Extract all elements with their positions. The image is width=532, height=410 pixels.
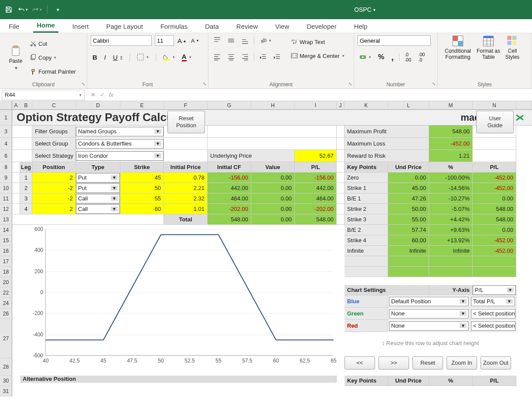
name-box[interactable]: R44▾ bbox=[2, 90, 85, 100]
green-position-select[interactable]: None▼ bbox=[389, 309, 469, 319]
ribbon-tab-file[interactable]: File bbox=[5, 20, 23, 33]
font-group-label: Font⤡ bbox=[91, 81, 205, 88]
underline-button[interactable]: U▾ bbox=[111, 53, 124, 62]
svg-rect-18 bbox=[507, 36, 511, 40]
filter-groups-select[interactable]: Named Groups▼ bbox=[76, 127, 164, 136]
formula-input[interactable] bbox=[118, 90, 532, 100]
select-strategy-select[interactable]: Iron Condor▼ bbox=[76, 151, 164, 161]
svg-rect-1 bbox=[14, 46, 17, 48]
ribbon-tab-home[interactable]: Home bbox=[33, 19, 58, 33]
copy-button[interactable]: Copy▾ bbox=[28, 53, 78, 62]
styles-group-label: Styles bbox=[441, 81, 528, 88]
increase-font-button[interactable]: A▴ bbox=[176, 36, 188, 45]
sheet-body: Option Strategy Payoff Calculator macrop… bbox=[12, 110, 532, 389]
svg-rect-0 bbox=[12, 47, 19, 55]
ribbon-tab-view[interactable]: View bbox=[272, 20, 293, 33]
svg-rect-15 bbox=[458, 41, 463, 46]
svg-rect-17 bbox=[483, 38, 493, 46]
fill-color-button[interactable]: ▾ bbox=[161, 53, 177, 61]
formula-bar: R44▾ ✕ ✓ fx bbox=[0, 89, 532, 101]
leg-type-select-4[interactable]: Call▼ bbox=[76, 204, 120, 214]
cancel-formula-icon[interactable]: ✕ bbox=[91, 91, 95, 98]
leg-type-select-2[interactable]: Put▼ bbox=[76, 183, 120, 193]
increase-indent-button[interactable] bbox=[272, 53, 282, 61]
svg-rect-6 bbox=[137, 54, 143, 60]
svg-text:ab: ab bbox=[291, 39, 295, 42]
user-guide-button[interactable]: User Guide bbox=[476, 111, 514, 133]
font-size-input[interactable] bbox=[155, 35, 174, 46]
ribbon-tab-developer[interactable]: Developer bbox=[303, 20, 340, 33]
yaxis-select[interactable]: P/L▼ bbox=[473, 285, 516, 295]
align-top-button[interactable] bbox=[212, 36, 222, 45]
nav-button-2[interactable]: Reset bbox=[413, 356, 443, 369]
cut-button[interactable]: Cut bbox=[28, 39, 78, 48]
paste-button[interactable]: Paste ▾ bbox=[3, 35, 28, 81]
decrease-indent-button[interactable] bbox=[258, 53, 268, 61]
merge-center-button[interactable]: Merge & Center▾ bbox=[289, 51, 346, 60]
format-as-table-button[interactable]: Format as Table bbox=[474, 35, 502, 60]
select-all-corner[interactable] bbox=[0, 101, 12, 110]
save-button[interactable] bbox=[3, 4, 14, 15]
svg-rect-16 bbox=[483, 36, 493, 38]
ribbon-tab-data[interactable]: Data bbox=[201, 20, 222, 33]
svg-rect-19 bbox=[512, 36, 516, 40]
undo-button[interactable]: ▾ bbox=[17, 4, 28, 15]
ribbon-tab-formulas[interactable]: Formulas bbox=[157, 20, 191, 33]
percent-format-button[interactable]: % bbox=[376, 52, 386, 62]
ribbon-tab-review[interactable]: Review bbox=[233, 20, 261, 33]
font-name-input[interactable] bbox=[91, 35, 152, 46]
svg-text:ab: ab bbox=[259, 37, 266, 44]
borders-button[interactable]: ▾ bbox=[135, 53, 150, 61]
align-left-button[interactable] bbox=[212, 53, 222, 61]
alignment-group-label: Alignment⤡ bbox=[212, 81, 350, 88]
nav-button-3[interactable]: Zoom In bbox=[447, 356, 477, 369]
select-group-select[interactable]: Condors & Butterflies▼ bbox=[76, 139, 164, 149]
nav-button-0[interactable]: << bbox=[344, 356, 375, 369]
decrease-decimal-button[interactable]: .00.0 bbox=[416, 51, 426, 63]
orientation-button[interactable]: ab▾ bbox=[258, 36, 273, 45]
format-painter-button[interactable]: Format Painter bbox=[28, 68, 78, 76]
qat-customize-button[interactable]: ▾ bbox=[53, 4, 63, 15]
quick-access-toolbar: ▾ ▾ ▾ bbox=[0, 4, 67, 15]
cell-styles-button[interactable]: Cell Styles bbox=[502, 35, 522, 60]
leg-type-select-1[interactable]: Put▼ bbox=[76, 173, 120, 183]
accept-formula-icon[interactable]: ✓ bbox=[100, 91, 105, 98]
svg-rect-20 bbox=[507, 41, 511, 45]
blue-series-select[interactable]: Total P/L▼ bbox=[471, 297, 515, 306]
bold-button[interactable]: B bbox=[91, 53, 99, 62]
nav-button-1[interactable]: >> bbox=[379, 356, 409, 369]
font-color-button[interactable]: A▾ bbox=[180, 52, 193, 62]
red-series-select[interactable]: < Select position first▼ bbox=[471, 321, 515, 331]
leg-type-select-3[interactable]: Call▼ bbox=[76, 194, 120, 203]
accounting-format-button[interactable]: ▾ bbox=[358, 53, 373, 61]
workbook-title: OSPC▾ bbox=[67, 6, 532, 13]
conditional-formatting-button[interactable]: Conditional Formatting bbox=[441, 35, 474, 60]
align-middle-button[interactable] bbox=[226, 36, 236, 45]
align-right-button[interactable] bbox=[240, 53, 250, 61]
comma-format-button[interactable]: , bbox=[389, 51, 396, 63]
align-bottom-button[interactable] bbox=[240, 36, 250, 45]
ribbon-tab-insert[interactable]: Insert bbox=[69, 20, 92, 33]
blue-position-select[interactable]: Default Position▼ bbox=[389, 297, 469, 306]
ribbon-tab-help[interactable]: Help bbox=[351, 20, 371, 33]
wrap-text-button[interactable]: ab Wrap Text bbox=[289, 37, 346, 46]
redo-button[interactable]: ▾ bbox=[31, 4, 42, 15]
page-title: Option Strategy Payoff Calculator macrop… bbox=[12, 110, 532, 125]
align-center-button[interactable] bbox=[226, 53, 236, 61]
row-headers[interactable]: 1346891011121314151617182022242627283031 bbox=[0, 110, 12, 396]
red-position-select[interactable]: None▼ bbox=[389, 321, 469, 331]
svg-rect-14 bbox=[453, 36, 458, 41]
svg-rect-5 bbox=[32, 54, 35, 59]
number-format-input[interactable] bbox=[358, 35, 431, 46]
italic-button[interactable]: I bbox=[102, 53, 108, 62]
ribbon-tab-page-layout[interactable]: Page Layout bbox=[102, 20, 146, 33]
column-headers[interactable]: ABCDEFGHIJKLMN bbox=[12, 101, 532, 110]
increase-decimal-button[interactable]: .0.00 bbox=[403, 51, 413, 63]
fx-icon[interactable]: fx bbox=[109, 91, 113, 98]
green-series-select[interactable]: < Select position first▼ bbox=[471, 309, 515, 319]
ribbon-body: Paste ▾ Cut Copy▾ Format Painter Clipboa… bbox=[0, 33, 532, 89]
number-group-label: Number⤡ bbox=[358, 81, 434, 88]
decrease-font-button[interactable]: A▾ bbox=[189, 37, 201, 45]
nav-button-4[interactable]: Zoom Out bbox=[481, 356, 511, 369]
reset-position-button[interactable]: Reset Position bbox=[167, 111, 205, 133]
